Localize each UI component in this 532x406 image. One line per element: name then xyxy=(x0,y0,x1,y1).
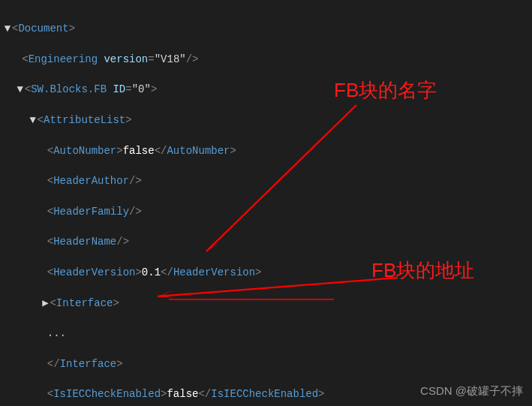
line-headername: <HeaderName/> xyxy=(3,234,529,249)
line-document-open: ▼<Document> xyxy=(3,21,529,36)
fold-arrow-icon[interactable]: ▼ xyxy=(16,82,25,97)
xml-code-viewer: ▼<Document> <Engineering version="V18"/>… xyxy=(0,0,532,406)
line-interface-open: ▶<Interface> xyxy=(3,296,529,311)
fold-arrow-icon[interactable]: ▼ xyxy=(29,113,38,128)
annotation-name-label: FB块的名字 xyxy=(334,77,437,104)
annotation-addr-label: FB块的地址 xyxy=(371,257,474,284)
line-swblocksfb-open: ▼<SW.Blocks.FB ID="0"> xyxy=(3,82,529,97)
fold-arrow-icon[interactable]: ▼ xyxy=(3,21,12,36)
line-attributelist-open: ▼<AttributeList> xyxy=(3,113,529,128)
line-autonumber: <AutoNumber>false</AutoNumber> xyxy=(3,143,529,158)
line-interface-close: </Interface> xyxy=(3,356,529,371)
watermark: CSDN @破罐子不摔 xyxy=(420,384,523,398)
line-ellipsis: ... xyxy=(3,326,529,341)
line-headerauthor: <HeaderAuthor/> xyxy=(3,173,529,188)
line-headerfamily: <HeaderFamily/> xyxy=(3,204,529,219)
fold-arrow-icon[interactable]: ▶ xyxy=(41,296,50,311)
line-engineering: <Engineering version="V18"/> xyxy=(3,52,529,67)
